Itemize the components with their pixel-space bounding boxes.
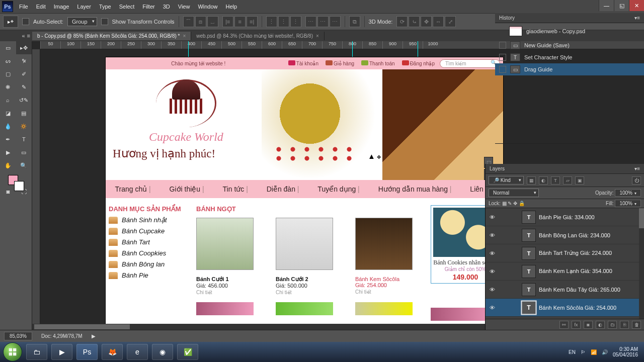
search-input[interactable]: Tìm kiếm <box>440 59 500 68</box>
history-state[interactable]: TSet Character Style <box>495 51 644 63</box>
marquee-tool[interactable]: ▭ <box>0 41 16 54</box>
media-player-taskbar-icon[interactable]: ▶ <box>51 344 72 360</box>
tab-close-icon[interactable]: × <box>183 33 186 39</box>
layer-row[interactable]: 👁TBánh Kem Dâu Tây Giá: 265.000 <box>486 281 644 299</box>
blur-tool[interactable]: 💧 <box>0 120 16 133</box>
language-indicator[interactable]: EN <box>569 349 576 355</box>
filter-pixel-icon[interactable]: ▦ <box>527 176 536 185</box>
document-tab[interactable]: web.psd @ 84.3% (Chào mừng tới website!,… <box>191 32 325 40</box>
lock-all-icon[interactable]: 🔒 <box>519 201 525 206</box>
3d-slide-icon[interactable]: ↔ <box>433 16 444 27</box>
tab-nav-prev-icon[interactable]: « <box>22 33 25 39</box>
menu-type[interactable]: Type <box>95 4 115 10</box>
align-top-icon[interactable]: ⎴ <box>183 16 194 27</box>
product-detail-link[interactable]: Chi tiết <box>276 290 333 295</box>
product-detail-link[interactable]: Chi tiết <box>355 289 413 295</box>
brush-tool[interactable]: ✎ <box>16 80 32 94</box>
filter-toggle-icon[interactable]: ⏻ <box>632 176 641 185</box>
background-color[interactable] <box>14 181 24 191</box>
shape-tool[interactable]: ▭ <box>16 146 32 159</box>
tab-nav-menu-icon[interactable]: ≡ <box>27 33 30 39</box>
product-detail-link[interactable]: Chi tiết <box>196 290 254 295</box>
visibility-eye-icon[interactable]: 👁 <box>486 305 499 311</box>
product-card[interactable]: Bánh Cưới 2 Giá: 500.000 Chi tiết <box>276 218 333 295</box>
align-vcenter-icon[interactable]: ⧈ <box>195 16 206 27</box>
color-swatches[interactable] <box>0 172 32 193</box>
menu-layer[interactable]: Layer <box>73 4 95 10</box>
align-right-icon[interactable]: ≡| <box>247 16 258 27</box>
menu-file[interactable]: File <box>15 4 32 10</box>
current-tool-icon[interactable]: ▸✥ <box>3 16 18 28</box>
checkout-link[interactable]: Thanh toán <box>369 61 395 66</box>
product-thumb[interactable] <box>276 302 333 315</box>
layer-fx-icon[interactable]: fx <box>572 321 581 329</box>
align-bottom-icon[interactable]: ⎵ <box>207 16 218 27</box>
quick-select-tool[interactable]: ✎̷ <box>16 54 32 67</box>
type-tool[interactable]: T <box>16 133 32 146</box>
auto-select-dropdown[interactable]: Group <box>67 17 97 26</box>
visibility-toggle[interactable] <box>499 42 506 49</box>
filter-adjust-icon[interactable]: ◐ <box>539 176 548 185</box>
3d-scale-icon[interactable]: ⤢ <box>445 16 456 27</box>
clock-time[interactable]: 0:30 AM <box>613 346 638 352</box>
pen-tool[interactable]: ✒ <box>0 133 16 146</box>
3d-pan-icon[interactable]: ✥ <box>421 16 432 27</box>
show-transform-checkbox[interactable] <box>101 18 108 25</box>
product-card[interactable]: Bánh Cưới 1 Giá: 456.000 Chi tiết <box>196 218 254 295</box>
nav-guide[interactable]: Hướng dẫn mua hàng <box>378 185 452 193</box>
layer-filter-kind[interactable]: 🔎 Kind <box>489 176 524 185</box>
category-item[interactable]: Bánh Coopkies <box>122 249 166 257</box>
filter-shape-icon[interactable]: ▱ <box>563 176 572 185</box>
category-item[interactable]: Bánh Bông lan <box>122 260 165 268</box>
align-left-icon[interactable]: |≡ <box>222 16 233 27</box>
dodge-tool[interactable]: 🔅 <box>16 120 32 133</box>
menu-view[interactable]: View <box>174 4 194 10</box>
login-link[interactable]: Đăng nhập <box>410 61 435 66</box>
history-file[interactable]: giaodienweb - Copy.psd <box>495 23 644 39</box>
visibility-eye-icon[interactable]: 👁 <box>486 287 499 293</box>
visibility-eye-icon[interactable]: 👁 <box>486 250 499 256</box>
eraser-tool[interactable]: ◪ <box>0 107 16 120</box>
product-card[interactable]: Bánh Kem Sôcôla Giá: 254.000 Chi tiết <box>355 218 413 295</box>
cart-link[interactable]: Giỏ hàng <box>334 61 354 66</box>
layer-row[interactable]: 👁TBánh Bông Lan Giá: 234.000 <box>486 226 644 244</box>
visibility-eye-icon[interactable]: 👁 <box>486 268 499 275</box>
adjustment-layer-icon[interactable]: ◐ <box>596 321 605 329</box>
app-taskbar-icon[interactable]: ✅ <box>177 344 198 360</box>
nav-careers[interactable]: Tuyển dụng <box>317 185 359 193</box>
align-hcenter-icon[interactable]: ≡ <box>234 16 246 27</box>
3d-orbit-icon[interactable]: ⟳ <box>396 16 408 27</box>
product-thumb[interactable] <box>196 302 254 315</box>
panel-menu-icon[interactable]: ▾≡ <box>634 15 640 21</box>
menu-image[interactable]: Image <box>50 4 73 10</box>
zoom-tool[interactable]: 🔍 <box>16 159 32 172</box>
layer-row[interactable]: 👁TBánh Kem Sôcôla Giá: 254.000 <box>486 299 644 317</box>
start-button[interactable] <box>3 342 22 361</box>
nav-about[interactable]: Giới thiệu <box>170 185 204 193</box>
lock-brush-icon[interactable]: ✎ <box>508 201 512 206</box>
product-thumb[interactable] <box>355 302 413 315</box>
history-brush-tool[interactable]: ↺✎ <box>16 94 32 107</box>
blend-mode-dropdown[interactable]: Normal <box>489 189 539 197</box>
nav-forum[interactable]: Diễn đàn <box>267 185 299 193</box>
nav-home[interactable]: Trang chủ <box>115 185 150 193</box>
visibility-eye-icon[interactable]: 👁 <box>486 214 499 220</box>
distribute-left-icon[interactable]: ⋯ <box>305 16 316 27</box>
distribute-top-icon[interactable]: ⋮ <box>266 16 277 27</box>
account-link[interactable]: Tài khoản <box>296 61 318 66</box>
photoshop-taskbar-icon[interactable]: Ps <box>76 344 98 360</box>
visibility-toggle[interactable] <box>499 66 506 73</box>
document-canvas[interactable]: Chào mừng tới website ! Tài khoản Giỏ hà… <box>106 57 503 330</box>
firefox-taskbar-icon[interactable]: 🦊 <box>102 344 123 360</box>
path-select-tool[interactable]: ▶ <box>0 146 16 159</box>
clone-stamp-tool[interactable]: ⌕ <box>0 94 16 107</box>
minimize-button[interactable]: — <box>599 0 614 11</box>
layers-scrollbar[interactable] <box>639 208 644 319</box>
document-tab[interactable]: b - Copy.psd @ 85% (Bánh Kem Sôcôla Giá:… <box>32 32 191 40</box>
menu-select[interactable]: Select <box>115 4 139 10</box>
lasso-tool[interactable]: ᔕ <box>0 54 16 67</box>
layer-mask-icon[interactable]: ◙ <box>584 321 593 329</box>
delete-layer-icon[interactable]: 🗑 <box>632 321 641 329</box>
distribute-bottom-icon[interactable]: ⋮ <box>290 16 301 27</box>
distribute-hcenter-icon[interactable]: ⋯ <box>317 16 329 27</box>
